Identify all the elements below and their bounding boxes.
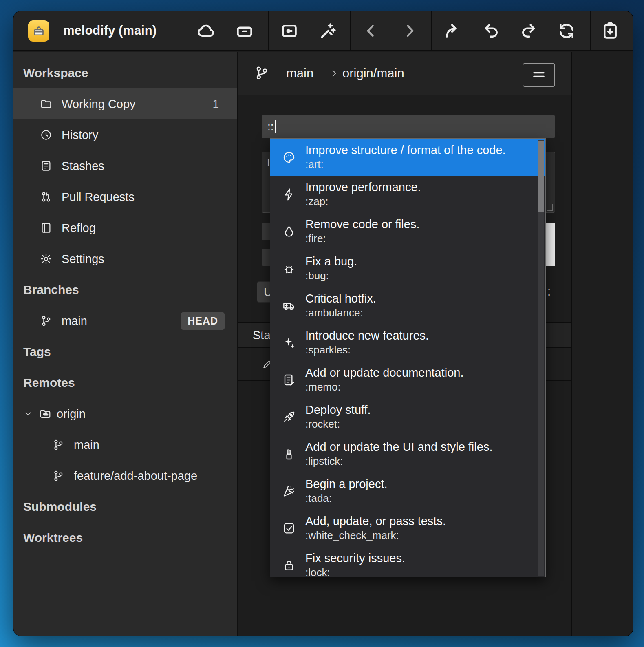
- toolbar-divider: [431, 11, 432, 50]
- partial-control: [262, 249, 270, 266]
- staged-files-header-label: Sta: [253, 329, 271, 342]
- partial-label: :: [547, 285, 551, 298]
- sidebar-item-label: Reflog: [62, 221, 96, 235]
- memo-icon: [282, 373, 296, 387]
- sidebar-item-label: main: [62, 314, 87, 328]
- right-panel: [571, 52, 633, 636]
- gitmoji-option-sparkles[interactable]: Introduce new features.:sparkles:: [270, 324, 545, 361]
- share-arrow-icon[interactable]: [443, 22, 462, 40]
- toolbar-divider: [350, 11, 351, 50]
- branch-icon: [52, 438, 65, 451]
- menu-button[interactable]: [523, 63, 555, 87]
- working-copy-count-badge: 1: [212, 97, 219, 110]
- sidebar-item-label: origin: [57, 407, 86, 421]
- sidebar-item-history[interactable]: History: [13, 119, 237, 150]
- gitmoji-label: Deploy stuff.: [305, 402, 371, 418]
- pull-request-icon: [40, 190, 53, 203]
- sidebar-item-remote-feature-add-about-page[interactable]: feature/add-about-page: [13, 460, 237, 491]
- gitmoji-label: Begin a project.: [305, 477, 388, 492]
- forward-chevron-icon[interactable]: [400, 22, 419, 40]
- gitmoji-label: Introduce new features.: [305, 328, 429, 344]
- sync-icon[interactable]: [557, 22, 576, 40]
- gitmoji-option-fire[interactable]: Remove code or files.:fire:: [270, 213, 545, 250]
- gitmoji-label: Critical hotfix.: [305, 291, 376, 307]
- dropdown-scrollbar[interactable]: [538, 140, 544, 576]
- sidebar-item-branch-main[interactable]: main HEAD: [13, 305, 237, 336]
- gitmoji-label: Add or update documentation.: [305, 365, 464, 381]
- sidebar-item-label: Settings: [62, 252, 104, 266]
- check-box-icon: [282, 521, 296, 536]
- hamburger-icon: [532, 67, 546, 83]
- gitmoji-option-bug[interactable]: Fix a bug.:bug:: [270, 250, 545, 287]
- gitmoji-option-lock[interactable]: Fix security issues.:lock:: [270, 547, 545, 577]
- gitmoji-option-tada[interactable]: Begin a project.:tada:: [270, 473, 545, 510]
- breadcrumb-upstream-branch[interactable]: origin/main: [342, 52, 404, 95]
- gitmoji-code: :sparkles:: [305, 343, 429, 357]
- palette-icon: [282, 150, 296, 165]
- sidebar: Workspace Working Copy 1 History Stashes…: [13, 52, 238, 636]
- gitmoji-option-zap[interactable]: Improve performance.:zap:: [270, 176, 545, 213]
- sidebar-section-branches: Branches: [13, 274, 237, 305]
- gitmoji-code: :memo:: [305, 380, 464, 394]
- remote-cloud-folder-icon: [39, 407, 52, 420]
- app-icon: [28, 20, 49, 42]
- commit-subject-input[interactable]: ::: [262, 115, 555, 138]
- redo-arrow-icon[interactable]: [519, 22, 538, 40]
- sidebar-section-worktrees: Worktrees: [13, 522, 237, 553]
- box-return-arrow-icon[interactable]: [280, 22, 299, 40]
- sparkles-icon: [282, 336, 296, 350]
- gear-icon: [40, 252, 53, 265]
- branch-icon: [40, 314, 53, 327]
- gitmoji-code: :bug:: [305, 269, 357, 283]
- dropdown-scrollbar-thumb[interactable]: [538, 141, 544, 212]
- sidebar-item-pull-requests[interactable]: Pull Requests: [13, 181, 237, 212]
- partial-scrollbar[interactable]: [546, 223, 555, 266]
- ambulance-icon: [282, 298, 296, 313]
- sidebar-section-workspace: Workspace: [13, 57, 237, 88]
- sidebar-item-label: feature/add-about-page: [74, 469, 197, 483]
- head-badge: HEAD: [181, 312, 225, 330]
- gitmoji-option-memo[interactable]: Add or update documentation.:memo:: [270, 361, 545, 398]
- sidebar-item-remote-origin[interactable]: origin: [13, 398, 237, 429]
- drawer-icon[interactable]: [235, 22, 254, 40]
- resize-handle[interactable]: [547, 204, 553, 211]
- chevron-down-icon[interactable]: [23, 409, 34, 419]
- sidebar-item-label: Stashes: [62, 159, 104, 173]
- cloud-icon[interactable]: [196, 22, 215, 40]
- toolbar-divider: [268, 11, 269, 50]
- gitmoji-label: Fix security issues.: [305, 551, 405, 566]
- reflog-icon: [40, 221, 53, 234]
- gitmoji-autocomplete-dropdown: Improve structure / format of the code.:…: [270, 138, 546, 577]
- toolbar-divider: [590, 11, 591, 50]
- gitmoji-option-art[interactable]: Improve structure / format of the code.:…: [270, 139, 545, 176]
- gitmoji-option-lipstick[interactable]: Add or update the UI and style files.:li…: [270, 435, 545, 473]
- gitmoji-option-rocket[interactable]: Deploy stuff.:rocket:: [270, 398, 545, 435]
- gitmoji-option-white-check-mark[interactable]: Add, update, or pass tests.:white_check_…: [270, 510, 545, 547]
- sidebar-item-remote-main[interactable]: main: [13, 429, 237, 460]
- tada-icon: [282, 484, 296, 499]
- sidebar-item-working-copy[interactable]: Working Copy 1: [13, 88, 237, 119]
- bug-icon: [282, 261, 296, 276]
- lipstick-icon: [282, 447, 296, 462]
- gitmoji-option-ambulance[interactable]: Critical hotfix.:ambulance:: [270, 287, 545, 324]
- sidebar-item-label: Pull Requests: [62, 190, 135, 204]
- sidebar-item-settings[interactable]: Settings: [13, 243, 237, 274]
- magic-wand-icon[interactable]: [319, 22, 337, 40]
- undo-arrow-icon[interactable]: [482, 22, 501, 40]
- gitmoji-code: :rocket:: [305, 417, 371, 431]
- history-icon: [40, 128, 53, 141]
- gitmoji-label: Remove code or files.: [305, 217, 419, 232]
- rocket-icon: [282, 410, 296, 424]
- sidebar-item-reflog[interactable]: Reflog: [13, 212, 237, 243]
- back-chevron-icon[interactable]: [362, 22, 380, 40]
- breadcrumb-current-branch[interactable]: main: [286, 52, 313, 95]
- sidebar-section-tags: Tags: [13, 336, 237, 367]
- gitmoji-code: :lock:: [305, 566, 405, 577]
- clipboard-download-icon[interactable]: [601, 22, 620, 40]
- branch-icon: [254, 65, 269, 81]
- window-title: melodify (main): [63, 11, 157, 51]
- sidebar-item-stashes[interactable]: Stashes: [13, 150, 237, 181]
- titlebar: melodify (main): [13, 11, 633, 51]
- app-window: melodify (main) Workspace: [13, 11, 633, 636]
- gitmoji-label: Fix a bug.: [305, 254, 357, 269]
